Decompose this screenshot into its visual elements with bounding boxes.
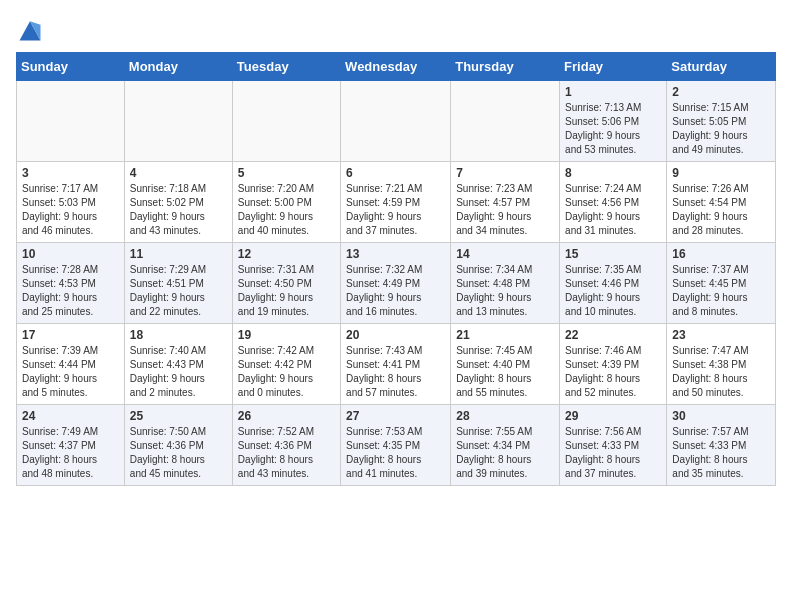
day-info: Sunrise: 7:43 AM Sunset: 4:41 PM Dayligh… (346, 345, 422, 398)
calendar-cell: 12Sunrise: 7:31 AM Sunset: 4:50 PM Dayli… (232, 243, 340, 324)
day-number: 13 (346, 247, 445, 261)
calendar-cell (124, 81, 232, 162)
calendar-cell: 1Sunrise: 7:13 AM Sunset: 5:06 PM Daylig… (560, 81, 667, 162)
day-number: 9 (672, 166, 770, 180)
calendar-cell (232, 81, 340, 162)
calendar-cell: 5Sunrise: 7:20 AM Sunset: 5:00 PM Daylig… (232, 162, 340, 243)
calendar-cell: 10Sunrise: 7:28 AM Sunset: 4:53 PM Dayli… (17, 243, 125, 324)
day-info: Sunrise: 7:57 AM Sunset: 4:33 PM Dayligh… (672, 426, 748, 479)
calendar-cell: 28Sunrise: 7:55 AM Sunset: 4:34 PM Dayli… (451, 405, 560, 486)
weekday-header: Monday (124, 53, 232, 81)
weekday-header: Tuesday (232, 53, 340, 81)
day-number: 7 (456, 166, 554, 180)
logo (16, 16, 46, 44)
day-number: 6 (346, 166, 445, 180)
calendar-cell: 4Sunrise: 7:18 AM Sunset: 5:02 PM Daylig… (124, 162, 232, 243)
calendar-table: SundayMondayTuesdayWednesdayThursdayFrid… (16, 52, 776, 486)
calendar-week-row: 1Sunrise: 7:13 AM Sunset: 5:06 PM Daylig… (17, 81, 776, 162)
day-info: Sunrise: 7:23 AM Sunset: 4:57 PM Dayligh… (456, 183, 532, 236)
day-info: Sunrise: 7:55 AM Sunset: 4:34 PM Dayligh… (456, 426, 532, 479)
calendar-cell (17, 81, 125, 162)
day-info: Sunrise: 7:45 AM Sunset: 4:40 PM Dayligh… (456, 345, 532, 398)
weekday-header: Sunday (17, 53, 125, 81)
day-info: Sunrise: 7:21 AM Sunset: 4:59 PM Dayligh… (346, 183, 422, 236)
calendar-cell: 29Sunrise: 7:56 AM Sunset: 4:33 PM Dayli… (560, 405, 667, 486)
day-number: 3 (22, 166, 119, 180)
calendar-cell (451, 81, 560, 162)
day-number: 28 (456, 409, 554, 423)
day-info: Sunrise: 7:56 AM Sunset: 4:33 PM Dayligh… (565, 426, 641, 479)
calendar-cell: 17Sunrise: 7:39 AM Sunset: 4:44 PM Dayli… (17, 324, 125, 405)
day-info: Sunrise: 7:26 AM Sunset: 4:54 PM Dayligh… (672, 183, 748, 236)
day-info: Sunrise: 7:24 AM Sunset: 4:56 PM Dayligh… (565, 183, 641, 236)
calendar-cell: 23Sunrise: 7:47 AM Sunset: 4:38 PM Dayli… (667, 324, 776, 405)
day-info: Sunrise: 7:40 AM Sunset: 4:43 PM Dayligh… (130, 345, 206, 398)
calendar-cell: 19Sunrise: 7:42 AM Sunset: 4:42 PM Dayli… (232, 324, 340, 405)
calendar-cell: 21Sunrise: 7:45 AM Sunset: 4:40 PM Dayli… (451, 324, 560, 405)
calendar-cell (341, 81, 451, 162)
day-info: Sunrise: 7:29 AM Sunset: 4:51 PM Dayligh… (130, 264, 206, 317)
calendar-cell: 18Sunrise: 7:40 AM Sunset: 4:43 PM Dayli… (124, 324, 232, 405)
calendar-cell: 7Sunrise: 7:23 AM Sunset: 4:57 PM Daylig… (451, 162, 560, 243)
day-number: 23 (672, 328, 770, 342)
logo-icon (16, 16, 44, 44)
day-info: Sunrise: 7:35 AM Sunset: 4:46 PM Dayligh… (565, 264, 641, 317)
calendar-cell: 2Sunrise: 7:15 AM Sunset: 5:05 PM Daylig… (667, 81, 776, 162)
page-header (16, 16, 776, 44)
day-number: 29 (565, 409, 661, 423)
day-info: Sunrise: 7:53 AM Sunset: 4:35 PM Dayligh… (346, 426, 422, 479)
calendar-cell: 30Sunrise: 7:57 AM Sunset: 4:33 PM Dayli… (667, 405, 776, 486)
weekday-header: Wednesday (341, 53, 451, 81)
day-number: 18 (130, 328, 227, 342)
day-number: 25 (130, 409, 227, 423)
day-info: Sunrise: 7:37 AM Sunset: 4:45 PM Dayligh… (672, 264, 748, 317)
calendar-cell: 16Sunrise: 7:37 AM Sunset: 4:45 PM Dayli… (667, 243, 776, 324)
day-info: Sunrise: 7:15 AM Sunset: 5:05 PM Dayligh… (672, 102, 748, 155)
day-info: Sunrise: 7:49 AM Sunset: 4:37 PM Dayligh… (22, 426, 98, 479)
calendar-cell: 9Sunrise: 7:26 AM Sunset: 4:54 PM Daylig… (667, 162, 776, 243)
day-number: 4 (130, 166, 227, 180)
calendar-cell: 13Sunrise: 7:32 AM Sunset: 4:49 PM Dayli… (341, 243, 451, 324)
day-number: 11 (130, 247, 227, 261)
weekday-header: Saturday (667, 53, 776, 81)
day-number: 30 (672, 409, 770, 423)
day-number: 21 (456, 328, 554, 342)
calendar-cell: 8Sunrise: 7:24 AM Sunset: 4:56 PM Daylig… (560, 162, 667, 243)
day-info: Sunrise: 7:32 AM Sunset: 4:49 PM Dayligh… (346, 264, 422, 317)
calendar-cell: 26Sunrise: 7:52 AM Sunset: 4:36 PM Dayli… (232, 405, 340, 486)
calendar-cell: 14Sunrise: 7:34 AM Sunset: 4:48 PM Dayli… (451, 243, 560, 324)
day-number: 10 (22, 247, 119, 261)
day-number: 22 (565, 328, 661, 342)
day-number: 27 (346, 409, 445, 423)
calendar-cell: 25Sunrise: 7:50 AM Sunset: 4:36 PM Dayli… (124, 405, 232, 486)
day-info: Sunrise: 7:13 AM Sunset: 5:06 PM Dayligh… (565, 102, 641, 155)
calendar-week-row: 10Sunrise: 7:28 AM Sunset: 4:53 PM Dayli… (17, 243, 776, 324)
day-info: Sunrise: 7:20 AM Sunset: 5:00 PM Dayligh… (238, 183, 314, 236)
calendar-cell: 27Sunrise: 7:53 AM Sunset: 4:35 PM Dayli… (341, 405, 451, 486)
day-info: Sunrise: 7:34 AM Sunset: 4:48 PM Dayligh… (456, 264, 532, 317)
day-number: 8 (565, 166, 661, 180)
calendar-cell: 24Sunrise: 7:49 AM Sunset: 4:37 PM Dayli… (17, 405, 125, 486)
day-number: 20 (346, 328, 445, 342)
calendar-cell: 3Sunrise: 7:17 AM Sunset: 5:03 PM Daylig… (17, 162, 125, 243)
calendar-cell: 11Sunrise: 7:29 AM Sunset: 4:51 PM Dayli… (124, 243, 232, 324)
day-number: 24 (22, 409, 119, 423)
weekday-header: Thursday (451, 53, 560, 81)
day-info: Sunrise: 7:46 AM Sunset: 4:39 PM Dayligh… (565, 345, 641, 398)
calendar-week-row: 17Sunrise: 7:39 AM Sunset: 4:44 PM Dayli… (17, 324, 776, 405)
day-number: 16 (672, 247, 770, 261)
calendar-week-row: 24Sunrise: 7:49 AM Sunset: 4:37 PM Dayli… (17, 405, 776, 486)
day-number: 2 (672, 85, 770, 99)
day-info: Sunrise: 7:17 AM Sunset: 5:03 PM Dayligh… (22, 183, 98, 236)
day-number: 1 (565, 85, 661, 99)
day-info: Sunrise: 7:52 AM Sunset: 4:36 PM Dayligh… (238, 426, 314, 479)
day-number: 14 (456, 247, 554, 261)
day-info: Sunrise: 7:47 AM Sunset: 4:38 PM Dayligh… (672, 345, 748, 398)
day-info: Sunrise: 7:42 AM Sunset: 4:42 PM Dayligh… (238, 345, 314, 398)
day-number: 15 (565, 247, 661, 261)
day-info: Sunrise: 7:50 AM Sunset: 4:36 PM Dayligh… (130, 426, 206, 479)
day-info: Sunrise: 7:31 AM Sunset: 4:50 PM Dayligh… (238, 264, 314, 317)
calendar-header-row: SundayMondayTuesdayWednesdayThursdayFrid… (17, 53, 776, 81)
day-info: Sunrise: 7:18 AM Sunset: 5:02 PM Dayligh… (130, 183, 206, 236)
calendar-cell: 20Sunrise: 7:43 AM Sunset: 4:41 PM Dayli… (341, 324, 451, 405)
